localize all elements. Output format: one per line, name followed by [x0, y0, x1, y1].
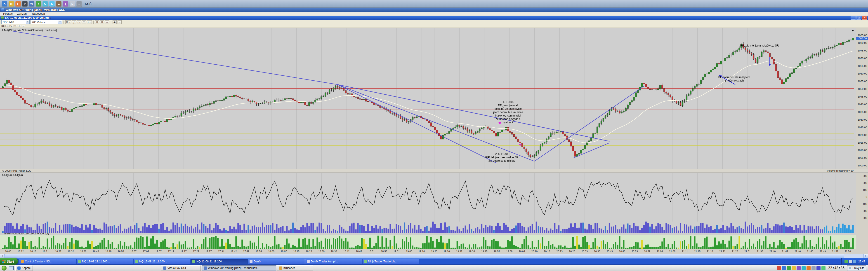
- app-icon-skype[interactable]: S: [49, 1, 55, 6]
- chart-style-icon-glyph: ▥: [66, 21, 68, 24]
- scroll-left-button[interactable]: ◄: [0, 253, 4, 258]
- host-taskbar-window-label: Krusader: [283, 267, 295, 270]
- tray-icon-5[interactable]: [797, 266, 801, 270]
- timehistogram-canvas[interactable]: [0, 222, 856, 235]
- menu-zarizeni[interactable]: Zařízení: [15, 12, 30, 15]
- price-pane[interactable]: EMA(Close,34), VolumeCttZones(True,False…: [0, 28, 856, 169]
- tray-icon-9[interactable]: [816, 266, 820, 270]
- show-desktop-button[interactable]: [8, 265, 14, 271]
- zoom-out-icon-glyph: ⊖: [101, 21, 103, 24]
- xp-clock[interactable]: 22:48: [858, 260, 865, 263]
- xp-taskbar-button[interactable]: NQ 12-08 21.11.200...: [134, 259, 190, 264]
- host-taskbar-window-button[interactable]: Windows XP-trading [Běží] - VirtualBox..…: [202, 265, 276, 271]
- time-axis-label: 19:01: [394, 250, 400, 253]
- tray-icon-3[interactable]: [786, 266, 791, 270]
- text-tool-icon[interactable]: T: [82, 20, 86, 24]
- tray-ninjatrader-icon[interactable]: [844, 260, 848, 263]
- app-icon-firefox[interactable]: F: [16, 1, 21, 6]
- tray-icon-6[interactable]: [802, 266, 806, 270]
- app-icon-writer[interactable]: W: [29, 1, 34, 6]
- tray-icon-8[interactable]: [811, 266, 815, 270]
- xp-taskbar-button[interactable]: Deník Trader kompl...: [305, 259, 362, 264]
- close-button[interactable]: ×: [862, 16, 867, 20]
- line-tool-icon[interactable]: /▼: [77, 20, 81, 24]
- time-axis-label: 20:53: [631, 250, 638, 253]
- app-icon-kmail[interactable]: M: [8, 1, 14, 6]
- xp-taskbar-button[interactable]: NQ 12-08 21.11.200...: [76, 259, 133, 264]
- time-axis[interactable]: 16:0816:1216:1616:2116:2716:3216:3816:43…: [0, 249, 868, 253]
- host-taskbar-window-button[interactable]: Krusader: [277, 265, 313, 271]
- ninjatrader-titlebar[interactable]: NQ 12-08 21.11.2008 (700 Volume) _□×: [0, 16, 868, 20]
- host-clock[interactable]: 22:48:35: [828, 266, 844, 270]
- period-selector[interactable]: 700 Volume▼: [31, 20, 62, 24]
- scroll-to-end-icon[interactable]: ▶: [852, 29, 854, 32]
- xp-taskbar-button[interactable]: NinjaTrader Trade Lis...: [363, 259, 419, 264]
- time-axis-label: 21:36: [757, 250, 763, 253]
- time-axis-label: 21:48: [807, 250, 813, 253]
- grid-icon[interactable]: ▦: [1, 25, 5, 27]
- menu-napoveda[interactable]: Nápověda: [30, 12, 47, 15]
- app-icon-calc[interactable]: ∑: [63, 1, 68, 6]
- indicators-icon-glyph: ƒ: [73, 21, 74, 24]
- zoom-in-icon[interactable]: ⊕: [95, 20, 99, 24]
- taskbar-item-kopete[interactable]: Kopete: [16, 265, 33, 271]
- snapshot-icon[interactable]: ◉: [113, 20, 117, 24]
- indicators-icon[interactable]: ƒ: [72, 20, 76, 24]
- tray-icon-2[interactable]: [782, 266, 786, 270]
- menu-pocitac[interactable]: Počítač: [1, 12, 15, 15]
- kde-menu-button[interactable]: [1, 265, 7, 271]
- app-icon-chat[interactable]: C: [42, 1, 48, 6]
- time-axis-label: 18:56: [381, 250, 387, 253]
- mail-icon[interactable]: ✉: [13, 25, 17, 27]
- minimize-button[interactable]: _: [850, 16, 856, 20]
- time-axis-label: 16:48: [105, 250, 112, 253]
- volume-pane[interactable]: [0, 235, 856, 249]
- chart-horizontal-scrollbar[interactable]: ◄ ►: [0, 253, 868, 258]
- tray-icon-4[interactable]: [792, 266, 796, 270]
- volume-axis: [856, 235, 868, 249]
- chart-style-icon[interactable]: ▥▼: [65, 20, 71, 24]
- tray-icon-1[interactable]: [777, 266, 781, 270]
- scrollbar-thumb[interactable]: [5, 254, 844, 258]
- tray-volume-icon[interactable]: [849, 260, 852, 263]
- timehistogram-pane[interactable]: TimeHistogram(60,120,180,240,300,1,5): [0, 222, 856, 235]
- app-icon-terminal[interactable]: >: [22, 1, 28, 6]
- time-axis-label: 18:47: [356, 250, 362, 253]
- tray-network-icon[interactable]: [853, 260, 856, 263]
- crosshair-icon[interactable]: +▼: [87, 20, 92, 24]
- link-icon[interactable]: ∞: [5, 25, 9, 27]
- scroll-right-button[interactable]: ►: [864, 253, 868, 258]
- cci-chart-canvas[interactable]: [0, 173, 856, 222]
- maximize-button[interactable]: □: [856, 16, 862, 20]
- app-icon-media[interactable]: ♪: [36, 1, 41, 6]
- pan-icon[interactable]: ↔: [105, 20, 109, 24]
- cci-axis[interactable]: 3002001000-100-200-300: [856, 173, 868, 222]
- zoom-out-icon[interactable]: ⊖: [100, 20, 104, 24]
- app-icon-settings[interactable]: ≡: [76, 1, 82, 6]
- app-icon-gimp[interactable]: G: [56, 1, 61, 6]
- price-axis[interactable]: 1085.001080.001075.001070.001065.001060.…: [856, 28, 868, 169]
- cci-pane[interactable]: CCI(14), CCI(14): [0, 173, 856, 222]
- properties-icon[interactable]: ≡: [118, 20, 122, 24]
- price-chart-canvas[interactable]: [0, 28, 856, 169]
- price-axis-label: 1020.00: [858, 134, 867, 136]
- chevron-down-icon: ▼: [58, 21, 62, 24]
- app-icon-konqueror[interactable]: K: [2, 1, 7, 6]
- vbox-titlebar[interactable]: Windows XP-trading [Běží] - VirtualBox O…: [0, 8, 868, 12]
- marker-icon[interactable]: ●: [18, 25, 21, 27]
- time-axis-label: 17:34: [218, 250, 224, 253]
- volume-canvas[interactable]: [0, 235, 856, 249]
- app-icon-editor[interactable]: E: [70, 1, 75, 6]
- refresh-icon[interactable]: ↻: [9, 25, 13, 27]
- tray-icon-10[interactable]: [822, 266, 826, 270]
- xp-taskbar-button[interactable]: Control Center - NQ...: [20, 259, 76, 264]
- host-taskbar-window-button[interactable]: VirtualBox OSE: [161, 265, 201, 271]
- start-button[interactable]: Start: [0, 258, 18, 265]
- instrument-selector[interactable]: NQ 12-08▼: [1, 20, 30, 24]
- tray-icon-7[interactable]: [807, 266, 811, 270]
- play-icon[interactable]: ▸: [22, 25, 25, 27]
- chart-toolbar: NQ 12-08▼700 Volume▼▥▼ƒ/▼T+▼⊕⊖↔◉≡: [0, 20, 868, 24]
- xp-taskbar-button[interactable]: NQ 12-08 21.11.200...: [191, 259, 248, 264]
- time-axis-label: 20:16: [544, 250, 550, 253]
- xp-taskbar-button[interactable]: Deník: [248, 259, 305, 264]
